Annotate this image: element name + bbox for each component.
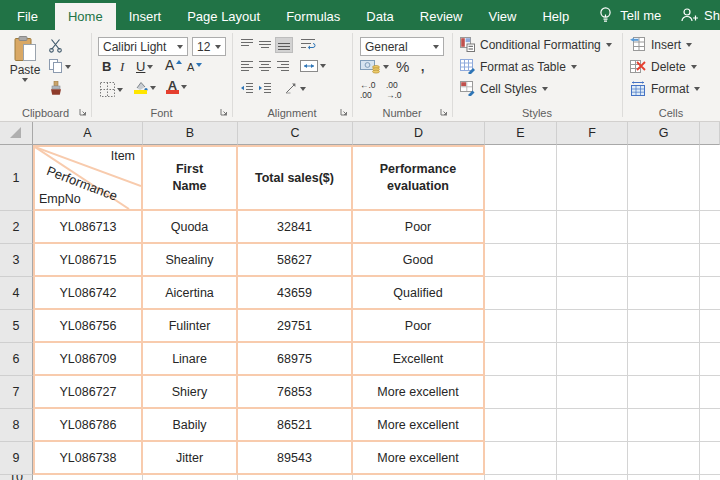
insert-cells-button[interactable]: Insert bbox=[630, 37, 692, 52]
cell-A9[interactable]: YL086738 bbox=[33, 442, 143, 475]
wrap-text-button[interactable] bbox=[300, 37, 316, 51]
cell-H2[interactable] bbox=[700, 211, 720, 244]
select-all-corner[interactable] bbox=[0, 122, 33, 145]
cell-B6[interactable]: Linare bbox=[143, 343, 238, 376]
font-name-combo[interactable]: Calibri Light bbox=[98, 37, 188, 56]
accounting-format-button[interactable] bbox=[360, 59, 389, 74]
cell-G1[interactable] bbox=[628, 145, 700, 211]
cell-E5[interactable] bbox=[485, 310, 557, 343]
copy-dropdown-arrow[interactable] bbox=[65, 65, 71, 69]
bold-button[interactable]: B bbox=[102, 60, 111, 73]
align-center-button[interactable] bbox=[258, 60, 272, 72]
cell-G5[interactable] bbox=[628, 310, 700, 343]
cell-G2[interactable] bbox=[628, 211, 700, 244]
cell-F3[interactable] bbox=[557, 244, 628, 277]
cell-E1[interactable] bbox=[485, 145, 557, 211]
row-header-8[interactable]: 8 bbox=[0, 409, 33, 442]
decrease-indent-button[interactable] bbox=[240, 82, 254, 94]
cell-A6[interactable]: YL086709 bbox=[33, 343, 143, 376]
number-format-combo[interactable]: General bbox=[360, 37, 444, 56]
tab-help[interactable]: Help bbox=[529, 3, 582, 30]
cell-H1[interactable] bbox=[700, 145, 720, 211]
merge-center-button[interactable] bbox=[300, 60, 326, 72]
cell-D5[interactable]: Poor bbox=[353, 310, 485, 343]
increase-indent-button[interactable] bbox=[258, 82, 272, 94]
bottom-align-button[interactable] bbox=[276, 38, 292, 52]
cell-E2[interactable] bbox=[485, 211, 557, 244]
paste-button[interactable]: Paste bbox=[7, 36, 43, 98]
cell-G8[interactable] bbox=[628, 409, 700, 442]
format-cells-button[interactable]: Format bbox=[630, 81, 700, 96]
row-header-4[interactable]: 4 bbox=[0, 277, 33, 310]
cell-H7[interactable] bbox=[700, 376, 720, 409]
italic-button[interactable]: I bbox=[120, 60, 124, 73]
cell-F10[interactable] bbox=[557, 475, 628, 480]
tab-insert[interactable]: Insert bbox=[116, 3, 175, 30]
cell-F6[interactable] bbox=[557, 343, 628, 376]
row-header-2[interactable]: 2 bbox=[0, 211, 33, 244]
cell-A8[interactable]: YL086786 bbox=[33, 409, 143, 442]
cell-F1[interactable] bbox=[557, 145, 628, 211]
cell-G7[interactable] bbox=[628, 376, 700, 409]
font-dialog-launcher[interactable] bbox=[219, 107, 229, 117]
cell-F4[interactable] bbox=[557, 277, 628, 310]
cell-E7[interactable] bbox=[485, 376, 557, 409]
align-right-button[interactable] bbox=[276, 60, 290, 72]
tab-data[interactable]: Data bbox=[353, 3, 406, 30]
borders-button[interactable] bbox=[100, 82, 123, 97]
orientation-dropdown-arrow[interactable] bbox=[300, 87, 306, 91]
cell-D9[interactable]: More excellent bbox=[353, 442, 485, 475]
alignment-dialog-launcher[interactable] bbox=[339, 107, 349, 117]
cell-D10[interactable] bbox=[353, 475, 485, 480]
cell-D2[interactable]: Poor bbox=[353, 211, 485, 244]
font-size-combo[interactable]: 12 bbox=[192, 37, 226, 56]
cell-G4[interactable] bbox=[628, 277, 700, 310]
col-header-G[interactable]: G bbox=[628, 122, 700, 145]
cell-D4[interactable]: Qualified bbox=[353, 277, 485, 310]
underline-dropdown-arrow[interactable] bbox=[147, 65, 153, 69]
tell-me-box[interactable]: Tell me bbox=[598, 0, 661, 30]
col-header-D[interactable]: D bbox=[353, 122, 485, 145]
row-header-10[interactable]: 10 bbox=[0, 475, 33, 480]
col-header-F[interactable]: F bbox=[557, 122, 628, 145]
cell-A5[interactable]: YL086756 bbox=[33, 310, 143, 343]
fill-color-button[interactable] bbox=[133, 81, 156, 94]
cell-G9[interactable] bbox=[628, 442, 700, 475]
cell-H8[interactable] bbox=[700, 409, 720, 442]
number-dialog-launcher[interactable] bbox=[439, 107, 449, 117]
tab-formulas[interactable]: Formulas bbox=[273, 3, 353, 30]
cell-D3[interactable]: Good bbox=[353, 244, 485, 277]
format-painter-button[interactable] bbox=[48, 81, 64, 96]
cell-D7[interactable]: More excellent bbox=[353, 376, 485, 409]
font-color-button[interactable]: A bbox=[166, 79, 187, 94]
cell-C4[interactable]: 43659 bbox=[238, 277, 353, 310]
cell-D6[interactable]: Excellent bbox=[353, 343, 485, 376]
cell-B7[interactable]: Shiery bbox=[143, 376, 238, 409]
cell-C10[interactable] bbox=[238, 475, 353, 480]
cell-B3[interactable]: Shealiny bbox=[143, 244, 238, 277]
cell-E10[interactable] bbox=[485, 475, 557, 480]
cell-F8[interactable] bbox=[557, 409, 628, 442]
cut-button[interactable] bbox=[48, 38, 63, 53]
decrease-decimal-button[interactable]: .00 →.0 bbox=[386, 81, 402, 101]
cell-styles-button[interactable]: Cell Styles bbox=[460, 81, 548, 96]
cell-C6[interactable]: 68975 bbox=[238, 343, 353, 376]
row-header-9[interactable]: 9 bbox=[0, 442, 33, 475]
cell-A3[interactable]: YL086715 bbox=[33, 244, 143, 277]
cell-B10[interactable] bbox=[143, 475, 238, 480]
cell-B9[interactable]: Jitter bbox=[143, 442, 238, 475]
underline-button[interactable]: U bbox=[136, 60, 153, 73]
tab-review[interactable]: Review bbox=[407, 3, 476, 30]
cell-D8[interactable]: More excellent bbox=[353, 409, 485, 442]
col-header-E[interactable]: E bbox=[485, 122, 557, 145]
increase-decimal-button[interactable]: ←.0 .00 bbox=[360, 81, 376, 101]
cell-A10[interactable] bbox=[33, 475, 143, 480]
row-header-7[interactable]: 7 bbox=[0, 376, 33, 409]
cell-H9[interactable] bbox=[700, 442, 720, 475]
top-align-button[interactable] bbox=[240, 38, 254, 50]
cell-H3[interactable] bbox=[700, 244, 720, 277]
cell-E3[interactable] bbox=[485, 244, 557, 277]
cell-C9[interactable]: 89543 bbox=[238, 442, 353, 475]
cell-G6[interactable] bbox=[628, 343, 700, 376]
col-header-C[interactable]: C bbox=[238, 122, 353, 145]
